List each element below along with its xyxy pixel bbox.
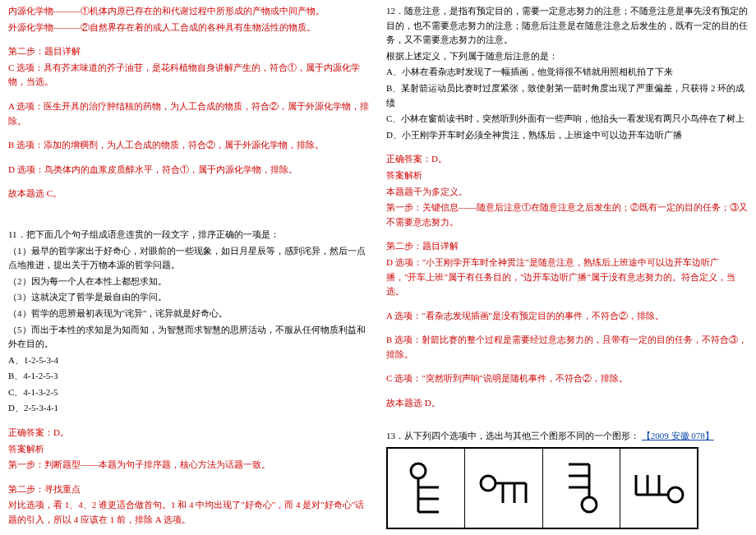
q11-title: 11．把下面几个句子组成语意连贯的一段文字，排序正确的一项是： [8,228,370,242]
svg-point-10 [582,497,597,512]
q11-sentence-2: （2）因为每一个人在本性上都想求知。 [8,274,370,289]
q12-step2-title: 第二步：题目详解 [386,239,748,254]
q13-figure-box [386,447,698,529]
q11-option-a: A、1-2-5-3-4 [8,353,370,368]
q12-option-b: B、某射箭运动员比赛时过度紧张，致使射第一箭时角度出现了严重偏差，只获得 2 环… [386,81,748,110]
left-column: 内源化学物———①机体内原已存在的和代谢过程中所形成的产物或中间产物。 外源化学… [0,0,378,535]
figure-a-icon [402,459,451,517]
q13-title: 13．从下列四个选项中，选出与其他三个图形不同的一个图形： 【2009 安徽 0… [386,429,748,444]
q11-answer: 正确答案：D。 [8,426,370,440]
q11-sentence-3: （3）这就决定了哲学是最自由的学问。 [8,290,370,305]
q11-sentence-1: （1）最早的哲学家出于好奇心，对眼前的一些现象，如日月星辰等，感到诧异，然后一点… [8,244,370,273]
q12-b-analysis: B 选项：射箭比赛的整个过程是需要经过意志努力的，且带有一定的目的任务，不符合③… [386,333,748,362]
conclusion-1: 故本题选 C。 [8,187,370,201]
q12-explanation-label: 答案解析 [386,168,748,183]
right-column: 12．随意注意，是指有预定目的，需要一定意志努力的注意；不随意注意是事先没有预定… [378,0,756,535]
step2-title: 第二步：题目详解 [8,44,370,59]
svg-point-5 [481,476,496,491]
q12-type: 本题题干为多定义。 [386,185,748,200]
q12-option-d: D、小王刚学开车时必须全神贯注，熟练后，上班途中可以边开车边听广播 [386,128,748,143]
q11-step2-p1: 对比选项，看 1、4、2 谁更适合做首句。1 和 4 中均出现了"好奇心"，而 … [8,498,370,527]
q12-option-a: A、小林在看杂志时发现了一幅插画，他觉得很不错就用照相机拍了下来 [386,65,748,80]
q11-option-c: C、4-1-3-2-5 [8,385,370,400]
figure-cell-a [388,449,465,528]
option-c-text: C 选项：具有芥末味道的芥子油苷，是花科植物自身讲解产生的，符合①，属于内源化学… [8,61,370,90]
q13-source-link[interactable]: 【2009 安徽 078】 [642,431,714,440]
figure-d-icon [629,464,687,513]
intro-line-2: 外源化学物———②自然界存在着的或人工合成的各种具有生物活性的物质。 [8,21,370,35]
figure-cell-b [465,449,542,528]
q12-option-c: C、小林在窗前读书时，突然听到外面有一些声响，他抬头一看发现有两只小鸟停在了树上 [386,112,748,127]
intro-line-1: 内源化学物———①机体内原已存在的和代谢过程中所形成的产物或中间产物。 [8,4,370,19]
q11-option-b: B、4-1-2-5-3 [8,369,370,384]
q12-a-analysis: A 选项："看杂志发现插画"是没有预定目的的事件，不符合②，排除。 [386,309,748,324]
q12-step1: 第一步：关键信息——随意后注意①在随意注意之后发生的；②既有一定的目的任务；③又… [386,201,748,229]
q13-title-text: 13．从下列四个选项中，选出与其他三个图形不同的一个图形： [386,431,639,440]
q12-d-analysis: D 选项："小王刚学开车时全神贯注"是随意注意，熟练后上班途中可以边开车边听广播… [386,256,748,299]
q12-c-analysis: C 选项："突然听到声响"说明是随机事件，不符合②，排除。 [386,371,748,386]
option-b-text: B 选项：添加的增稠剂，为人工合成的物质，符合②，属于外源化学物，排除。 [8,138,370,153]
option-d-text: D 选项：鸟类体内的血浆皮质醇水平，符合①，属于内源化学物，排除。 [8,163,370,178]
svg-point-15 [668,487,683,502]
q11-explanation-label: 答案解析 [8,442,370,457]
q11-step2-title: 第二步：寻找重点 [8,482,370,497]
q12-stem: 12．随意注意，是指有预定目的，需要一定意志努力的注意；不随意注意是事先没有预定… [386,4,748,48]
figure-c-icon [556,459,606,517]
q12-answer: 正确答案：D。 [386,152,748,167]
figure-cell-d [620,449,697,528]
q11-sentence-5: （5）而出于本性的求知是为知而知，为智慧而求智慧的思辨活动，不服从任何物质利益和… [8,323,370,352]
option-a-text: A 选项：医生开具的治疗肿结核的药物，为人工合成的物质，符合②，属于外源化学物，… [8,99,370,128]
svg-point-0 [411,464,426,478]
q11-step1: 第一步：判断题型——本题为句子排序题，核心方法为话题一致。 [8,458,370,473]
q12-conclusion: 故本题选 D。 [386,396,748,411]
q12-question: 根据上述定义，下列属于随意后注意的是： [386,49,748,64]
figure-b-icon [475,464,532,513]
q11-sentence-4: （4）哲学的思辨最初表现为"诧异"，诧异就是好奇心。 [8,307,370,321]
figure-cell-c [543,449,620,528]
q11-option-d: D、2-5-3-4-1 [8,401,370,416]
